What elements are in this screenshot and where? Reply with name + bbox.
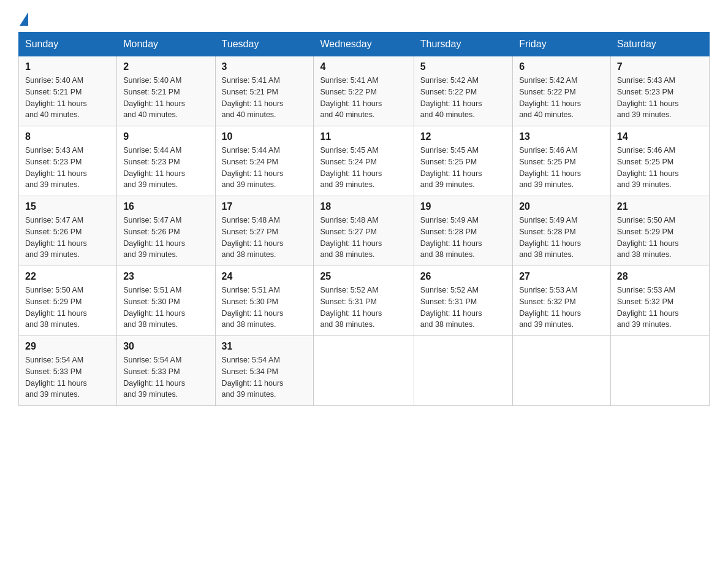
calendar-cell: 15 Sunrise: 5:47 AMSunset: 5:26 PMDaylig… [19,196,117,266]
day-info: Sunrise: 5:47 AMSunset: 5:26 PMDaylight:… [123,216,185,259]
calendar-week-row: 1 Sunrise: 5:40 AMSunset: 5:21 PMDayligh… [19,56,710,126]
header-friday: Friday [513,33,611,56]
calendar-cell: 16 Sunrise: 5:47 AMSunset: 5:26 PMDaylig… [117,196,215,266]
day-number: 31 [222,341,308,352]
day-number: 29 [25,341,110,352]
calendar-cell: 31 Sunrise: 5:54 AMSunset: 5:34 PMDaylig… [215,336,314,406]
day-info: Sunrise: 5:46 AMSunset: 5:25 PMDaylight:… [617,146,679,189]
day-number: 19 [420,201,506,212]
calendar-cell: 7 Sunrise: 5:43 AMSunset: 5:23 PMDayligh… [610,56,709,126]
day-info: Sunrise: 5:54 AMSunset: 5:34 PMDaylight:… [222,356,284,399]
day-number: 5 [420,61,506,72]
day-number: 8 [25,131,110,142]
day-info: Sunrise: 5:51 AMSunset: 5:30 PMDaylight:… [222,286,284,329]
day-number: 13 [519,131,604,142]
header-tuesday: Tuesday [215,33,314,56]
day-number: 17 [222,201,308,212]
calendar-cell: 4 Sunrise: 5:41 AMSunset: 5:22 PMDayligh… [314,56,414,126]
day-info: Sunrise: 5:42 AMSunset: 5:22 PMDaylight:… [420,76,482,119]
day-number: 23 [123,271,208,282]
calendar-cell: 27 Sunrise: 5:53 AMSunset: 5:32 PMDaylig… [513,266,611,336]
day-number: 10 [222,131,308,142]
calendar-cell: 17 Sunrise: 5:48 AMSunset: 5:27 PMDaylig… [215,196,314,266]
day-info: Sunrise: 5:47 AMSunset: 5:26 PMDaylight:… [25,216,87,259]
calendar-cell: 5 Sunrise: 5:42 AMSunset: 5:22 PMDayligh… [414,56,512,126]
logo-triangle-icon [20,12,28,26]
day-info: Sunrise: 5:53 AMSunset: 5:32 PMDaylight:… [617,286,679,329]
day-number: 16 [123,201,208,212]
calendar-cell: 19 Sunrise: 5:49 AMSunset: 5:28 PMDaylig… [414,196,512,266]
calendar-week-row: 22 Sunrise: 5:50 AMSunset: 5:29 PMDaylig… [19,266,710,336]
day-info: Sunrise: 5:52 AMSunset: 5:31 PMDaylight:… [420,286,482,329]
calendar-cell: 28 Sunrise: 5:53 AMSunset: 5:32 PMDaylig… [610,266,709,336]
day-info: Sunrise: 5:45 AMSunset: 5:24 PMDaylight:… [320,146,382,189]
calendar-cell: 18 Sunrise: 5:48 AMSunset: 5:27 PMDaylig… [314,196,414,266]
day-info: Sunrise: 5:41 AMSunset: 5:21 PMDaylight:… [222,76,284,119]
header-monday: Monday [117,33,215,56]
day-number: 25 [320,271,407,282]
calendar-cell: 3 Sunrise: 5:41 AMSunset: 5:21 PMDayligh… [215,56,314,126]
calendar-cell [414,336,512,406]
day-number: 30 [123,341,208,352]
day-info: Sunrise: 5:46 AMSunset: 5:25 PMDaylight:… [519,146,581,189]
calendar-cell: 12 Sunrise: 5:45 AMSunset: 5:25 PMDaylig… [414,126,512,196]
calendar-header-row: SundayMondayTuesdayWednesdayThursdayFrid… [19,33,710,56]
calendar-cell: 11 Sunrise: 5:45 AMSunset: 5:24 PMDaylig… [314,126,414,196]
day-number: 24 [222,271,308,282]
day-number: 27 [519,271,604,282]
header-saturday: Saturday [610,33,709,56]
day-number: 15 [25,201,110,212]
day-info: Sunrise: 5:45 AMSunset: 5:25 PMDaylight:… [420,146,482,189]
day-number: 3 [222,61,308,72]
day-info: Sunrise: 5:49 AMSunset: 5:28 PMDaylight:… [420,216,482,259]
day-info: Sunrise: 5:53 AMSunset: 5:32 PMDaylight:… [519,286,581,329]
day-info: Sunrise: 5:50 AMSunset: 5:29 PMDaylight:… [617,216,679,259]
day-number: 9 [123,131,208,142]
calendar-cell: 2 Sunrise: 5:40 AMSunset: 5:21 PMDayligh… [117,56,215,126]
day-info: Sunrise: 5:40 AMSunset: 5:21 PMDaylight:… [123,76,185,119]
day-number: 2 [123,61,208,72]
day-info: Sunrise: 5:50 AMSunset: 5:29 PMDaylight:… [25,286,87,329]
calendar-cell [610,336,709,406]
calendar-cell: 23 Sunrise: 5:51 AMSunset: 5:30 PMDaylig… [117,266,215,336]
calendar-cell: 14 Sunrise: 5:46 AMSunset: 5:25 PMDaylig… [610,126,709,196]
day-number: 26 [420,271,506,282]
calendar-cell: 8 Sunrise: 5:43 AMSunset: 5:23 PMDayligh… [19,126,117,196]
day-info: Sunrise: 5:51 AMSunset: 5:30 PMDaylight:… [123,286,185,329]
day-number: 6 [519,61,604,72]
day-info: Sunrise: 5:48 AMSunset: 5:27 PMDaylight:… [222,216,284,259]
calendar-week-row: 15 Sunrise: 5:47 AMSunset: 5:26 PMDaylig… [19,196,710,266]
calendar-week-row: 8 Sunrise: 5:43 AMSunset: 5:23 PMDayligh… [19,126,710,196]
day-info: Sunrise: 5:43 AMSunset: 5:23 PMDaylight:… [617,76,679,119]
calendar-cell: 10 Sunrise: 5:44 AMSunset: 5:24 PMDaylig… [215,126,314,196]
day-number: 18 [320,201,407,212]
day-number: 1 [25,61,110,72]
day-number: 14 [617,131,703,142]
day-number: 7 [617,61,703,72]
calendar-cell [513,336,611,406]
day-number: 11 [320,131,407,142]
calendar-cell: 1 Sunrise: 5:40 AMSunset: 5:21 PMDayligh… [19,56,117,126]
page-header [18,12,710,26]
day-info: Sunrise: 5:42 AMSunset: 5:22 PMDaylight:… [519,76,581,119]
day-info: Sunrise: 5:48 AMSunset: 5:27 PMDaylight:… [320,216,382,259]
day-info: Sunrise: 5:44 AMSunset: 5:23 PMDaylight:… [123,146,185,189]
day-info: Sunrise: 5:41 AMSunset: 5:22 PMDaylight:… [320,76,382,119]
day-info: Sunrise: 5:54 AMSunset: 5:33 PMDaylight:… [25,356,87,399]
calendar-cell: 13 Sunrise: 5:46 AMSunset: 5:25 PMDaylig… [513,126,611,196]
calendar-cell: 30 Sunrise: 5:54 AMSunset: 5:33 PMDaylig… [117,336,215,406]
day-number: 12 [420,131,506,142]
calendar-cell: 25 Sunrise: 5:52 AMSunset: 5:31 PMDaylig… [314,266,414,336]
calendar-cell: 6 Sunrise: 5:42 AMSunset: 5:22 PMDayligh… [513,56,611,126]
header-thursday: Thursday [414,33,512,56]
calendar-table: SundayMondayTuesdayWednesdayThursdayFrid… [18,32,710,406]
day-info: Sunrise: 5:43 AMSunset: 5:23 PMDaylight:… [25,146,87,189]
logo [18,12,45,26]
header-wednesday: Wednesday [314,33,414,56]
day-number: 21 [617,201,703,212]
day-info: Sunrise: 5:52 AMSunset: 5:31 PMDaylight:… [320,286,382,329]
calendar-cell [314,336,414,406]
day-info: Sunrise: 5:49 AMSunset: 5:28 PMDaylight:… [519,216,581,259]
calendar-cell: 22 Sunrise: 5:50 AMSunset: 5:29 PMDaylig… [19,266,117,336]
day-number: 22 [25,271,110,282]
